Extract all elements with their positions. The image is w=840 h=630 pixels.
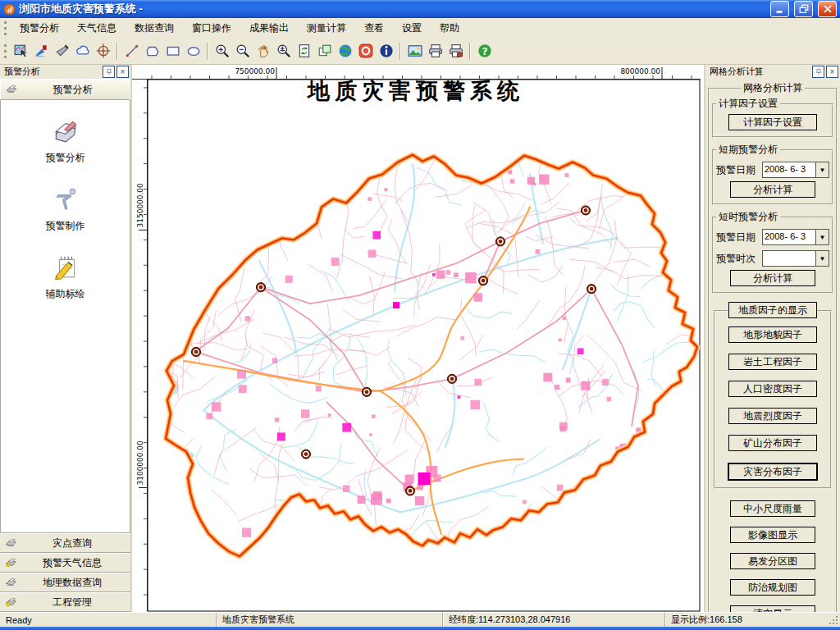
pan-hand-icon[interactable]: [253, 42, 272, 61]
minimize-button[interactable]: [770, 1, 789, 17]
globe-icon[interactable]: [336, 42, 354, 61]
town-marker[interactable]: [587, 285, 596, 294]
refresh-view-icon[interactable]: [294, 42, 313, 61]
factor-button-mine-distribution[interactable]: 矿山分布因子: [728, 435, 817, 451]
stop-icon[interactable]: [356, 42, 375, 61]
nav-bar-2[interactable]: 预警天气信息: [0, 553, 130, 573]
nav-bar-label: 预警天气信息: [18, 556, 126, 570]
forecast-date-label: 预警日期: [716, 231, 759, 244]
close-button[interactable]: [818, 1, 837, 17]
nav-bar-1[interactable]: 灾点查询: [0, 533, 130, 553]
forecast-time-combobox[interactable]: ▼: [762, 250, 829, 267]
zoom-out-icon[interactable]: [233, 42, 252, 61]
tool-item-1[interactable]: 预警分析: [46, 116, 85, 165]
section-header-warning-analysis[interactable]: 预警分析: [0, 79, 130, 100]
prevention-planning-button[interactable]: 防治规划图: [730, 579, 815, 596]
town-marker[interactable]: [405, 486, 414, 495]
menu-item-2[interactable]: 天气信息: [68, 18, 126, 39]
factor-button-geotech[interactable]: 岩土工程因子: [728, 354, 817, 370]
nav-bar-3[interactable]: 地理数据查询: [0, 573, 130, 592]
plotter-icon: [4, 576, 18, 590]
short-term-analyze-button[interactable]: 分析计算: [730, 181, 815, 198]
tool-item-2[interactable]: 预警制作: [46, 185, 85, 233]
crosshair-icon[interactable]: [94, 42, 112, 61]
calc-factor-groupbox: 计算因子设置 计算因子设置: [712, 97, 833, 138]
print-icon[interactable]: [426, 42, 445, 61]
map-area: 750000.00800000.003150000.003100000.00地质…: [132, 65, 704, 612]
menu-item-4[interactable]: 窗口操作: [183, 18, 240, 39]
zoom-in-icon[interactable]: [212, 42, 231, 61]
close-icon[interactable]: ×: [116, 66, 129, 78]
tool-list: 预警分析预警制作辅助标绘: [0, 100, 130, 533]
info-icon[interactable]: [377, 42, 395, 61]
status-coordinates: 经纬度:114.273103,28.047916: [442, 613, 664, 627]
select-map-icon[interactable]: [11, 42, 30, 61]
image-view-icon[interactable]: [405, 42, 424, 61]
line-tool-icon[interactable]: [122, 42, 141, 61]
menu-item-8[interactable]: 设置: [393, 18, 431, 39]
help-icon[interactable]: ?: [475, 42, 494, 61]
factor-button-terrain[interactable]: 地形地貌因子: [728, 326, 817, 343]
nav-bar-4[interactable]: 工程管理: [0, 592, 130, 612]
town-marker[interactable]: [362, 387, 371, 396]
nav-bar-label: 灾点查询: [18, 536, 126, 550]
nav-bar-label: 地理数据查询: [18, 576, 126, 590]
town-marker[interactable]: [301, 450, 310, 459]
calc-factor-group-title: 计算因子设置: [716, 97, 780, 111]
forecast-date-combobox[interactable]: 2008- 6- 3 ▼: [762, 162, 829, 178]
tool-item-3[interactable]: 辅助标绘: [46, 253, 85, 301]
status-bar: Ready 地质灾害预警系统 经纬度:114.273103,28.047916 …: [0, 612, 840, 627]
toolbar-grip: [4, 44, 7, 58]
menu-item-7[interactable]: 查看: [355, 18, 393, 39]
factor-button-seismic-intensity[interactable]: 地震烈度因子: [728, 408, 817, 424]
factor-button-disaster-distribution[interactable]: 灾害分布因子: [728, 463, 817, 480]
left-panel-header: 预警分析 ×: [0, 65, 130, 79]
forecast-time-label: 预警时次: [716, 252, 759, 266]
map-canvas[interactable]: 750000.00800000.003150000.003100000.00地质…: [132, 65, 704, 612]
factor-button-population-density[interactable]: 人口密度因子: [728, 381, 817, 397]
svg-text:750000.00: 750000.00: [235, 67, 275, 75]
rectangle-tool-icon[interactable]: [163, 42, 182, 61]
susceptibility-zoning-button[interactable]: 易发分区图: [730, 553, 815, 569]
ellipse-tool-icon[interactable]: [184, 42, 203, 61]
print-setup-icon[interactable]: [446, 42, 465, 61]
town-marker[interactable]: [495, 237, 504, 246]
zoom-extent-icon[interactable]: [274, 42, 293, 61]
chevron-down-icon[interactable]: ▼: [815, 162, 829, 177]
chevron-down-icon[interactable]: ▼: [815, 251, 829, 266]
window-bottom-border: [0, 627, 840, 630]
town-marker[interactable]: [191, 347, 200, 356]
toolbar-separator: [116, 43, 118, 60]
copy-layer-icon[interactable]: [315, 42, 334, 61]
chevron-down-icon[interactable]: ▼: [815, 230, 829, 244]
brush-icon[interactable]: [32, 42, 51, 61]
close-icon[interactable]: ×: [826, 66, 838, 78]
town-marker[interactable]: [581, 206, 590, 215]
status-ready: Ready: [0, 613, 216, 627]
left-panel-title: 预警分析: [4, 66, 101, 78]
short-time-analyze-button[interactable]: 分析计算: [730, 270, 815, 286]
calc-factor-settings-button[interactable]: 计算因子设置: [728, 114, 817, 130]
menu-item-6[interactable]: 测量计算: [298, 18, 355, 39]
town-marker[interactable]: [478, 276, 487, 285]
resize-grip[interactable]: [825, 613, 840, 627]
cloud-icon[interactable]: [73, 42, 92, 61]
town-marker[interactable]: [256, 283, 265, 292]
menu-item-5[interactable]: 成果输出: [240, 18, 298, 39]
restore-button[interactable]: [794, 1, 813, 17]
pin-icon[interactable]: [103, 66, 115, 78]
menu-item-9[interactable]: 帮助: [431, 18, 468, 39]
pin-icon[interactable]: [812, 66, 824, 78]
forecast-date-combobox[interactable]: 2008- 6- 3 ▼: [762, 229, 829, 245]
window-title: 浏阳市地质灾害预警系统 -: [19, 2, 765, 16]
tool-item-label: 预警分析: [46, 151, 85, 165]
menu-item-3[interactable]: 数据查询: [126, 18, 183, 39]
imagery-display-button[interactable]: 影像图显示: [730, 527, 815, 543]
town-marker[interactable]: [447, 374, 456, 383]
factor-display-button[interactable]: 地质因子的显示: [728, 302, 817, 318]
menu-item-1[interactable]: 预警分析: [11, 18, 68, 39]
polygon-tool-icon[interactable]: [143, 42, 162, 61]
pick-hammer-icon[interactable]: [52, 42, 71, 61]
rainfall-button[interactable]: 中小尺度雨量: [730, 500, 815, 517]
menu-grip: [4, 21, 7, 35]
